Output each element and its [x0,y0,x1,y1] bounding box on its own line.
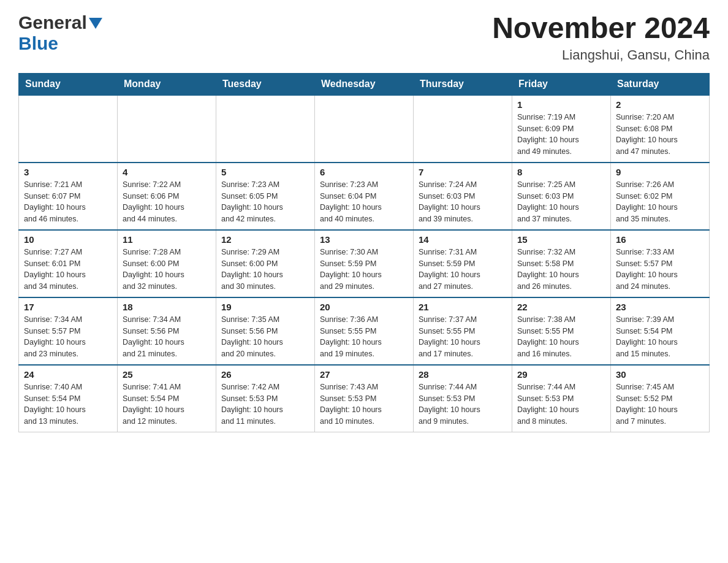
day-number: 20 [320,302,408,312]
day-number: 9 [616,167,704,177]
calendar-cell: 8Sunrise: 7:25 AMSunset: 6:03 PMDaylight… [512,163,611,230]
day-number: 29 [517,369,605,380]
day-number: 10 [24,234,112,245]
day-info: Sunrise: 7:44 AMSunset: 5:53 PMDaylight:… [419,381,507,427]
day-number: 8 [517,167,605,177]
calendar-cell [118,95,216,163]
day-info: Sunrise: 7:45 AMSunset: 5:52 PMDaylight:… [616,381,704,427]
day-info: Sunrise: 7:36 AMSunset: 5:55 PMDaylight:… [320,314,408,360]
day-info: Sunrise: 7:27 AMSunset: 6:01 PMDaylight:… [24,247,112,293]
day-info: Sunrise: 7:42 AMSunset: 5:53 PMDaylight:… [221,381,309,427]
day-number: 25 [123,369,211,380]
calendar-cell: 25Sunrise: 7:41 AMSunset: 5:54 PMDayligh… [118,365,216,432]
calendar-week-row: 3Sunrise: 7:21 AMSunset: 6:07 PMDaylight… [19,163,710,230]
calendar-week-row: 17Sunrise: 7:34 AMSunset: 5:57 PMDayligh… [19,297,710,365]
calendar-cell: 20Sunrise: 7:36 AMSunset: 5:55 PMDayligh… [315,297,414,365]
calendar-cell: 6Sunrise: 7:23 AMSunset: 6:04 PMDaylight… [315,163,414,230]
calendar-week-row: 10Sunrise: 7:27 AMSunset: 6:01 PMDayligh… [19,230,710,297]
day-info: Sunrise: 7:44 AMSunset: 5:53 PMDaylight:… [517,381,605,427]
logo-blue: Blue [18,33,58,53]
day-of-week-header: Thursday [414,73,512,95]
calendar-cell: 15Sunrise: 7:32 AMSunset: 5:58 PMDayligh… [512,230,611,297]
logo: General Blue [18,12,102,54]
day-info: Sunrise: 7:43 AMSunset: 5:53 PMDaylight:… [320,381,408,427]
calendar-cell: 16Sunrise: 7:33 AMSunset: 5:57 PMDayligh… [611,230,710,297]
day-info: Sunrise: 7:23 AMSunset: 6:05 PMDaylight:… [221,179,309,225]
calendar-cell: 9Sunrise: 7:26 AMSunset: 6:02 PMDaylight… [611,163,710,230]
day-info: Sunrise: 7:28 AMSunset: 6:00 PMDaylight:… [123,247,211,293]
day-info: Sunrise: 7:30 AMSunset: 5:59 PMDaylight:… [320,247,408,293]
day-of-week-header: Sunday [19,73,118,95]
day-info: Sunrise: 7:22 AMSunset: 6:06 PMDaylight:… [123,179,211,225]
calendar-cell: 28Sunrise: 7:44 AMSunset: 5:53 PMDayligh… [414,365,512,432]
calendar-cell: 2Sunrise: 7:20 AMSunset: 6:08 PMDaylight… [611,95,710,163]
day-info: Sunrise: 7:37 AMSunset: 5:55 PMDaylight:… [419,314,507,360]
day-info: Sunrise: 7:39 AMSunset: 5:54 PMDaylight:… [616,314,704,360]
calendar-table: SundayMondayTuesdayWednesdayThursdayFrid… [18,73,710,433]
day-info: Sunrise: 7:19 AMSunset: 6:09 PMDaylight:… [517,112,605,158]
calendar-cell: 26Sunrise: 7:42 AMSunset: 5:53 PMDayligh… [216,365,315,432]
day-number: 11 [123,234,211,245]
calendar-cell: 24Sunrise: 7:40 AMSunset: 5:54 PMDayligh… [19,365,118,432]
calendar-cell: 17Sunrise: 7:34 AMSunset: 5:57 PMDayligh… [19,297,118,365]
calendar-cell: 29Sunrise: 7:44 AMSunset: 5:53 PMDayligh… [512,365,611,432]
day-of-week-header: Saturday [611,73,710,95]
calendar-week-row: 24Sunrise: 7:40 AMSunset: 5:54 PMDayligh… [19,365,710,432]
calendar-cell: 4Sunrise: 7:22 AMSunset: 6:06 PMDaylight… [118,163,216,230]
calendar-cell: 1Sunrise: 7:19 AMSunset: 6:09 PMDaylight… [512,95,611,163]
header: General Blue November 2024 Liangshui, Ga… [18,12,710,63]
day-number: 14 [419,234,507,245]
day-info: Sunrise: 7:41 AMSunset: 5:54 PMDaylight:… [123,381,211,427]
day-number: 22 [517,302,605,312]
day-number: 21 [419,302,507,312]
calendar-header-row: SundayMondayTuesdayWednesdayThursdayFrid… [19,73,710,95]
day-number: 26 [221,369,309,380]
calendar-cell: 18Sunrise: 7:34 AMSunset: 5:56 PMDayligh… [118,297,216,365]
calendar-cell: 5Sunrise: 7:23 AMSunset: 6:05 PMDaylight… [216,163,315,230]
day-number: 27 [320,369,408,380]
calendar-cell: 23Sunrise: 7:39 AMSunset: 5:54 PMDayligh… [611,297,710,365]
day-number: 24 [24,369,112,380]
logo-general: General [18,12,87,33]
calendar-cell: 13Sunrise: 7:30 AMSunset: 5:59 PMDayligh… [315,230,414,297]
logo-triangle-icon [89,18,102,29]
day-info: Sunrise: 7:34 AMSunset: 5:57 PMDaylight:… [24,314,112,360]
day-info: Sunrise: 7:32 AMSunset: 5:58 PMDaylight:… [517,247,605,293]
day-number: 17 [24,302,112,312]
svg-marker-0 [89,18,102,29]
calendar-cell [216,95,315,163]
day-number: 12 [221,234,309,245]
calendar-cell: 10Sunrise: 7:27 AMSunset: 6:01 PMDayligh… [19,230,118,297]
day-info: Sunrise: 7:31 AMSunset: 5:59 PMDaylight:… [419,247,507,293]
day-info: Sunrise: 7:29 AMSunset: 6:00 PMDaylight:… [221,247,309,293]
day-number: 2 [616,99,704,110]
day-number: 3 [24,167,112,177]
calendar-cell: 3Sunrise: 7:21 AMSunset: 6:07 PMDaylight… [19,163,118,230]
calendar-cell: 19Sunrise: 7:35 AMSunset: 5:56 PMDayligh… [216,297,315,365]
day-info: Sunrise: 7:24 AMSunset: 6:03 PMDaylight:… [419,179,507,225]
day-info: Sunrise: 7:25 AMSunset: 6:03 PMDaylight:… [517,179,605,225]
location-subtitle: Liangshui, Gansu, China [492,47,710,63]
day-number: 30 [616,369,704,380]
day-number: 5 [221,167,309,177]
day-info: Sunrise: 7:21 AMSunset: 6:07 PMDaylight:… [24,179,112,225]
day-number: 19 [221,302,309,312]
day-of-week-header: Tuesday [216,73,315,95]
calendar-cell: 12Sunrise: 7:29 AMSunset: 6:00 PMDayligh… [216,230,315,297]
day-number: 23 [616,302,704,312]
day-info: Sunrise: 7:26 AMSunset: 6:02 PMDaylight:… [616,179,704,225]
day-info: Sunrise: 7:34 AMSunset: 5:56 PMDaylight:… [123,314,211,360]
day-number: 6 [320,167,408,177]
calendar-cell: 27Sunrise: 7:43 AMSunset: 5:53 PMDayligh… [315,365,414,432]
day-of-week-header: Wednesday [315,73,414,95]
day-info: Sunrise: 7:38 AMSunset: 5:55 PMDaylight:… [517,314,605,360]
calendar-cell: 21Sunrise: 7:37 AMSunset: 5:55 PMDayligh… [414,297,512,365]
calendar-week-row: 1Sunrise: 7:19 AMSunset: 6:09 PMDaylight… [19,95,710,163]
day-number: 1 [517,99,605,110]
calendar-cell: 11Sunrise: 7:28 AMSunset: 6:00 PMDayligh… [118,230,216,297]
title-area: November 2024 Liangshui, Gansu, China [492,12,710,63]
calendar-cell: 30Sunrise: 7:45 AMSunset: 5:52 PMDayligh… [611,365,710,432]
calendar-cell: 14Sunrise: 7:31 AMSunset: 5:59 PMDayligh… [414,230,512,297]
day-number: 7 [419,167,507,177]
calendar-cell: 22Sunrise: 7:38 AMSunset: 5:55 PMDayligh… [512,297,611,365]
